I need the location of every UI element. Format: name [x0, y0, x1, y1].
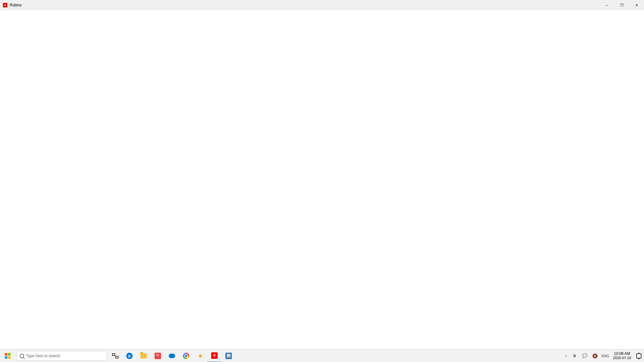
store-icon: 🛍	[155, 353, 161, 359]
show-hidden-icons-button[interactable]: ∧	[563, 349, 569, 362]
taskbar: Type here to search	[0, 349, 644, 362]
edge-icon	[126, 353, 133, 359]
taskbar-app-chrome[interactable]	[179, 349, 193, 362]
file-explorer-icon	[140, 353, 147, 359]
volume-tray-icon[interactable]: 🔇	[590, 349, 600, 362]
window-controls: ─ ❐ ✕	[600, 0, 644, 10]
taskbar-app-onedrive[interactable]	[165, 349, 179, 362]
system-tray: ∧ 🖥 💬 🔇 ENG 10:08 AM 2020-07-10	[563, 349, 644, 362]
taskbar-app-roblox[interactable]: R	[207, 349, 222, 362]
language-indicator[interactable]: ENG	[600, 349, 611, 362]
search-placeholder-text: Type here to search	[26, 354, 60, 358]
start-icon-q1	[5, 353, 7, 356]
windows-logo-icon	[5, 353, 11, 359]
restore-button[interactable]: ❐	[614, 0, 629, 10]
taskbar-app-store[interactable]: 🛍	[151, 349, 165, 362]
network-icon: 🖥	[573, 354, 576, 358]
tray-time: 10:08 AM	[614, 351, 630, 356]
volume-icon: 🔇	[592, 353, 598, 358]
extra-app-icon: 📊	[225, 353, 232, 359]
notification-center-icon	[636, 353, 641, 358]
close-button[interactable]: ✕	[629, 0, 644, 10]
onedrive-icon	[169, 353, 175, 359]
title-bar-left: R Roblox	[0, 3, 22, 8]
taskbar-apps: 🛍 ★ R	[108, 349, 563, 362]
clock[interactable]: 10:08 AM 2020-07-10	[611, 349, 634, 362]
tray-date: 2020-07-10	[613, 356, 631, 360]
search-icon	[20, 354, 24, 358]
title-bar: R Roblox ─ ❐ ✕	[0, 0, 644, 10]
start-icon-q4	[8, 356, 11, 359]
chrome-icon	[183, 353, 189, 359]
minimize-button[interactable]: ─	[600, 0, 614, 10]
task-view-icon	[112, 353, 118, 359]
taskbar-app-bookmarks[interactable]: ★	[193, 349, 207, 362]
window-title: Roblox	[10, 3, 22, 7]
start-button[interactable]	[0, 349, 15, 362]
app-icon: R	[3, 3, 8, 8]
start-icon-q2	[8, 353, 11, 356]
bookmarks-icon: ★	[197, 353, 204, 359]
chat-tray-icon[interactable]: 💬	[580, 349, 590, 362]
chevron-up-icon: ∧	[565, 354, 567, 357]
main-content	[0, 10, 644, 349]
taskbar-app-edge[interactable]	[122, 349, 137, 362]
taskbar-app-task-view[interactable]	[108, 349, 122, 362]
taskbar-app-extra[interactable]: 📊	[222, 349, 236, 362]
taskbar-app-file-explorer[interactable]	[137, 349, 151, 362]
notification-center-button[interactable]	[634, 349, 644, 362]
start-icon-q3	[5, 356, 7, 359]
network-tray-icon[interactable]: 🖥	[569, 349, 580, 362]
chat-icon: 💬	[582, 353, 587, 358]
roblox-logo-icon: R	[3, 3, 7, 7]
roblox-app-icon: R	[211, 352, 218, 359]
taskbar-search[interactable]: Type here to search	[17, 351, 107, 361]
